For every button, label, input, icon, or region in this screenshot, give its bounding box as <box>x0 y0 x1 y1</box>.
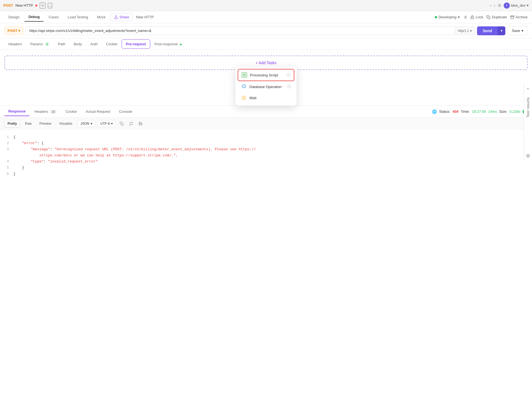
processing-script-label: Processing Script <box>250 73 284 77</box>
settings-button[interactable]: ⚙ <box>498 3 501 8</box>
format-select[interactable]: JSON ▾ <box>77 120 95 127</box>
menu-item-database-operation[interactable]: Database Operation ⓘ <box>238 81 294 92</box>
req-tab-cookie[interactable]: Cookie <box>102 40 121 48</box>
url-input[interactable] <box>26 27 455 35</box>
copy-button[interactable] <box>118 121 125 127</box>
tab-load-testing[interactable]: Load Testing <box>64 13 92 21</box>
encoding-label: UTF-8 <box>101 122 110 126</box>
line-content-2: "error": { <box>13 140 44 146</box>
body-tab-preview[interactable]: Preview <box>37 120 54 127</box>
globe-icon: 🌐 <box>432 109 437 114</box>
save-response-button[interactable] <box>137 121 144 127</box>
processing-script-help: ⓘ <box>287 72 290 78</box>
resp-tab-actual-request[interactable]: Actual Request <box>82 107 114 116</box>
response-body-bar: Pretty Raw Preview Visualize JSON ▾ UTF-… <box>0 118 532 130</box>
body-tab-visualize[interactable]: Visualize <box>56 120 75 127</box>
nav-buttons: ‹ › ⚙ I Idea_dev ▾ <box>490 2 529 9</box>
database-operation-label: Database Operation <box>249 85 285 89</box>
align-icon <box>463 15 467 19</box>
tab-design[interactable]: Design <box>4 13 23 21</box>
status-label: Status: <box>439 109 450 114</box>
req-tab-path[interactable]: Path <box>54 40 69 48</box>
response-code-area: 1 { 2 "error": { 3 "message": "Unrecogni… <box>0 130 532 208</box>
save-icon <box>139 122 142 126</box>
developing-label: Developing <box>438 15 456 19</box>
more-button[interactable]: ... <box>48 3 52 8</box>
protocol-select[interactable]: http/1.1 ▾ <box>455 27 475 35</box>
req-tab-body[interactable]: Body <box>70 40 86 48</box>
wrap-button[interactable] <box>127 121 135 127</box>
new-tab-button[interactable]: + <box>40 2 46 9</box>
tab-cases[interactable]: Cases <box>45 13 63 21</box>
lock-button[interactable]: Lock <box>470 15 483 19</box>
req-tab-prerequest[interactable]: Pre-request <box>122 39 150 49</box>
menu-item-wait[interactable]: Wait <box>238 92 294 103</box>
line-num-3: 3 <box>4 146 9 152</box>
forward-button[interactable]: › <box>494 3 495 8</box>
user-label: Idea_dev <box>511 3 526 8</box>
send-button-wrap: Send ▾ <box>477 26 505 35</box>
send-button[interactable]: Send <box>477 26 498 35</box>
tab-debug[interactable]: Debug <box>24 12 43 22</box>
response-status: 🌐 Status: 404 Time: 19:27:56 14ms Size: … <box>432 109 528 114</box>
grid-view-button[interactable]: ⊞ <box>526 153 530 158</box>
task-dropdown-menu: Processing Script ⓘ Database Operation ⓘ <box>235 67 297 106</box>
resp-tab-console[interactable]: Console <box>115 107 136 116</box>
menu-item-processing-script[interactable]: Processing Script ⓘ <box>238 69 294 81</box>
database-operation-help: ⓘ <box>287 84 291 89</box>
response-time: 19:27:56 <box>472 109 486 114</box>
line-num-5: 5 <box>4 165 9 171</box>
send-dropdown-button[interactable]: ▾ <box>498 26 505 35</box>
tab-title: New HTTP <box>15 3 33 8</box>
protocol-label: http/1.1 <box>458 29 469 33</box>
sidebar-collapse-button[interactable]: « <box>527 86 529 91</box>
duplicate-button[interactable]: Duplicate <box>486 15 507 19</box>
database-icon <box>241 84 247 89</box>
response-duration: 14ms <box>488 109 497 114</box>
req-tab-postresponse[interactable]: Post-response <box>151 40 185 48</box>
line-num-2: 2 <box>4 140 9 146</box>
svg-rect-7 <box>488 17 490 19</box>
script-svg <box>243 73 246 77</box>
body-tab-pretty[interactable]: Pretty <box>4 120 20 127</box>
response-tabs: Response Headers 15 Cookie Actual Reques… <box>0 106 532 118</box>
user-avatar: I <box>504 2 510 9</box>
code-line-6: 6 } <box>4 171 528 177</box>
url-bar: POST ▾ http/1.1 ▾ Send ▾ Save ▾ <box>0 23 532 38</box>
req-tab-auth[interactable]: Auth <box>86 40 102 48</box>
line-num-4: 4 <box>4 159 9 165</box>
save-button[interactable]: Save ▾ <box>508 26 528 35</box>
line-num-1: 1 <box>4 134 9 140</box>
method-select[interactable]: POST ▾ <box>4 27 23 35</box>
tab-mock[interactable]: Mock <box>93 13 109 21</box>
resp-tab-response[interactable]: Response <box>4 107 29 116</box>
body-tab-raw[interactable]: Raw <box>22 120 34 127</box>
test-results-label[interactable]: Test results <box>526 97 530 118</box>
archive-button[interactable]: Archive <box>510 15 528 19</box>
response-section: Response Headers 15 Cookie Actual Reques… <box>0 106 532 208</box>
wait-svg <box>241 95 246 100</box>
resp-tab-headers[interactable]: Headers 15 <box>31 107 61 116</box>
duplicate-label: Duplicate <box>492 15 507 19</box>
share-icon <box>114 15 118 19</box>
unsaved-dot <box>35 4 37 7</box>
user-area[interactable]: I Idea_dev ▾ <box>504 2 529 9</box>
line-content-3: "message": "Unrecognized request URL (PO… <box>13 146 256 152</box>
line-content-1: { <box>13 134 16 140</box>
developing-status[interactable]: Developing ▾ <box>435 15 460 19</box>
resp-tab-cookie[interactable]: Cookie <box>62 107 81 116</box>
params-badge: 3 <box>45 42 50 46</box>
share-button[interactable]: Share <box>111 13 133 21</box>
line-content-3b: stripe.com/docs or we can help at https:… <box>13 152 178 159</box>
code-line-3b: stripe.com/docs or we can help at https:… <box>4 152 528 159</box>
archive-label: Archive <box>516 15 528 19</box>
req-tab-params[interactable]: Params 3 <box>26 40 54 48</box>
format-label: JSON <box>81 122 89 126</box>
status-code: 404 <box>453 109 459 114</box>
format-chevron: ▾ <box>91 122 92 126</box>
req-tab-headers[interactable]: Headers <box>4 40 26 48</box>
align-button[interactable] <box>463 15 467 19</box>
back-button[interactable]: ‹ <box>490 3 491 8</box>
line-num-3b <box>4 152 9 159</box>
encoding-select[interactable]: UTF-8 ▾ <box>97 120 116 127</box>
